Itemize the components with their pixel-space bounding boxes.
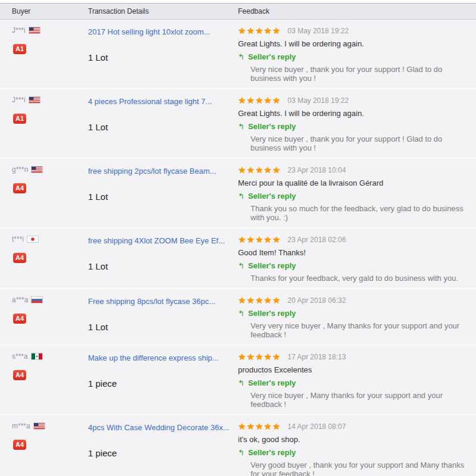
buyer-rank-badge: A1 xyxy=(13,44,26,54)
feedback-row: m***a A4 4pcs With Case Wedding Decorate… xyxy=(0,415,476,476)
reply-arrow-icon: ↰ xyxy=(238,261,245,270)
header-buyer: Buyer xyxy=(0,7,88,15)
buyer-cell: s***a A4 xyxy=(0,352,88,409)
transaction-quantity: 1 Lot xyxy=(88,261,238,271)
buyer-rank-badge: A4 xyxy=(13,314,26,324)
buyer-name: J***i xyxy=(12,96,26,104)
feedback-row: t***i A4 free shipping 4Xlot ZOOM Bee Ey… xyxy=(0,228,476,289)
sellers-reply-title: Seller's reply xyxy=(248,309,296,318)
buyer-name: a***a xyxy=(12,296,28,304)
buyer-cell: t***i A4 xyxy=(0,235,88,283)
feedback-row: s***a A4 Make up the difference express … xyxy=(0,346,476,415)
sellers-reply-label: ↰Seller's reply xyxy=(238,122,469,131)
sellers-reply-text: Thanks for your feedback, very gald to d… xyxy=(250,274,469,283)
feedback-table: Buyer Transaction Details Feedback J***i… xyxy=(0,3,476,476)
feedback-date: 03 May 2018 19:22 xyxy=(287,96,349,105)
buyer-name: s***a xyxy=(12,352,28,361)
transaction-quantity: 1 Lot xyxy=(88,322,238,332)
transaction-cell: Free shipping 8pcs/lot flycase 36pc... 1… xyxy=(88,296,238,339)
transaction-title-link[interactable]: 2017 Hot selling light 10xlot zoom... xyxy=(88,27,210,36)
buyer-cell: a***a A4 xyxy=(0,296,88,339)
transaction-title-link[interactable]: 4 pieces Professional stage light 7... xyxy=(88,97,212,106)
transaction-title-link[interactable]: free shipping 4Xlot ZOOM Bee Eye Ef... xyxy=(88,236,225,245)
sellers-reply-text: Very nice buyer , thank you for your sup… xyxy=(250,134,469,152)
feedback-row: g***n A4 free shipping 2pcs/lot flycase … xyxy=(0,159,476,228)
transaction-cell: 4pcs With Case Wedding Decorate 36x... 1… xyxy=(88,422,238,476)
sellers-reply-text: Very nice buyer , Many thanks for your s… xyxy=(250,391,469,409)
feedback-comment: Good Item! Thanks! xyxy=(238,248,469,257)
flag-us-icon xyxy=(33,422,45,430)
sellers-reply-text: Very nice buyer , thank you for your sup… xyxy=(250,65,469,83)
buyer-cell: J***i A1 xyxy=(0,26,88,83)
reply-arrow-icon: ↰ xyxy=(238,192,245,201)
transaction-title-link[interactable]: 4pcs With Case Wedding Decorate 36x... xyxy=(88,423,230,432)
feedback-comment: Merci pour la qualité de la livraison Gé… xyxy=(238,178,469,187)
star-rating-icon: ★★★★★ xyxy=(238,165,281,174)
sellers-reply-title: Seller's reply xyxy=(248,448,296,457)
feedback-date: 03 May 2018 19:22 xyxy=(287,27,349,35)
sellers-reply-text: Thank you so much for the feedback, very… xyxy=(250,204,469,222)
feedback-row: J***i A1 4 pieces Professional stage lig… xyxy=(0,89,476,159)
buyer-cell: m***a A4 xyxy=(0,422,88,476)
sellers-reply-label: ↰Seller's reply xyxy=(238,192,469,201)
feedback-cell: ★★★★★ 03 May 2018 19:22 Great Lights. I … xyxy=(238,26,476,83)
table-header: Buyer Transaction Details Feedback xyxy=(0,4,476,20)
buyer-name: m***a xyxy=(12,422,30,430)
flag-russia-icon xyxy=(31,296,43,303)
feedback-date: 23 Apr 2018 02:06 xyxy=(287,236,346,244)
feedback-date: 23 Apr 2018 10:04 xyxy=(287,166,346,174)
buyer-cell: J***i A1 xyxy=(0,96,88,152)
sellers-reply-label: ↰Seller's reply xyxy=(238,448,469,457)
sellers-reply-title: Seller's reply xyxy=(248,261,296,270)
feedback-cell: ★★★★★ 23 Apr 2018 10:04 Merci pour la qu… xyxy=(238,165,476,222)
sellers-reply-text: Very good buyer , thank you for your sup… xyxy=(250,461,469,476)
flag-japan-icon xyxy=(27,236,39,243)
star-rating-icon: ★★★★★ xyxy=(238,26,281,35)
buyer-rank-badge: A4 xyxy=(13,253,26,263)
buyer-rank-badge: A4 xyxy=(13,370,26,380)
feedback-cell: ★★★★★ 03 May 2018 19:22 Great Lights. I … xyxy=(238,96,476,152)
star-rating-icon: ★★★★★ xyxy=(238,96,281,105)
transaction-title-link[interactable]: free shipping 2pcs/lot flycase Beam... xyxy=(88,167,216,176)
star-rating-icon: ★★★★★ xyxy=(238,352,281,361)
transaction-quantity: 1 piece xyxy=(88,448,238,458)
feedback-row: a***a A4 Free shipping 8pcs/lot flycase … xyxy=(0,289,476,346)
transaction-title-link[interactable]: Free shipping 8pcs/lot flycase 36pc... xyxy=(88,297,215,306)
reply-arrow-icon: ↰ xyxy=(238,378,245,387)
reply-arrow-icon: ↰ xyxy=(238,309,245,318)
feedback-cell: ★★★★★ 14 Apr 2018 08:07 it's ok, good sh… xyxy=(238,422,476,476)
feedback-comment: Great Lights. I will be ordering again. xyxy=(238,39,469,48)
buyer-rank-badge: A1 xyxy=(13,114,26,124)
sellers-reply-title: Seller's reply xyxy=(248,122,296,131)
reply-arrow-icon: ↰ xyxy=(238,448,245,457)
sellers-reply-title: Seller's reply xyxy=(248,52,296,61)
feedback-comment: Great Lights. I will be ordering again. xyxy=(238,109,469,118)
sellers-reply-label: ↰Seller's reply xyxy=(238,261,469,270)
flag-mexico-icon xyxy=(31,353,43,360)
feedback-comment: it's ok, good shop. xyxy=(238,435,469,444)
transaction-quantity: 1 Lot xyxy=(88,122,238,132)
header-transaction-details: Transaction Details xyxy=(88,7,238,15)
buyer-name: g***n xyxy=(12,165,28,174)
feedback-cell: ★★★★★ 20 Apr 2018 06:32 ↰Seller's reply … xyxy=(238,296,476,339)
buyer-cell: g***n A4 xyxy=(0,165,88,222)
transaction-cell: 2017 Hot selling light 10xlot zoom... 1 … xyxy=(88,26,238,83)
flag-us-icon xyxy=(29,27,40,34)
transaction-cell: Make up the difference express ship... 1… xyxy=(88,352,238,409)
star-rating-icon: ★★★★★ xyxy=(238,422,281,431)
star-rating-icon: ★★★★★ xyxy=(238,296,281,305)
sellers-reply-text: Very very nice buyer , Many thanks for y… xyxy=(250,321,469,339)
transaction-title-link[interactable]: Make up the difference express ship... xyxy=(88,353,218,362)
flag-us-icon xyxy=(29,96,40,104)
feedback-cell: ★★★★★ 17 Apr 2018 18:13 productos Excele… xyxy=(238,352,476,409)
sellers-reply-title: Seller's reply xyxy=(248,378,296,387)
feedback-cell: ★★★★★ 23 Apr 2018 02:06 Good Item! Thank… xyxy=(238,235,476,283)
transaction-cell: free shipping 4Xlot ZOOM Bee Eye Ef... 1… xyxy=(88,235,238,283)
buyer-rank-badge: A4 xyxy=(13,440,26,450)
feedback-row: J***i A1 2017 Hot selling light 10xlot z… xyxy=(0,20,476,89)
star-rating-icon: ★★★★★ xyxy=(238,235,281,244)
feedback-date: 14 Apr 2018 08:07 xyxy=(287,422,346,431)
transaction-quantity: 1 Lot xyxy=(88,52,238,62)
feedback-date: 20 Apr 2018 06:32 xyxy=(287,296,346,305)
header-feedback: Feedback xyxy=(238,7,476,15)
